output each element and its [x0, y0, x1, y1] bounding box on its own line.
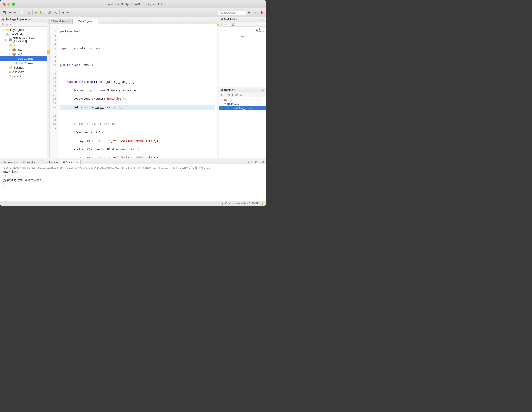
- toolbar-undo-btn[interactable]: ↩: [8, 10, 12, 15]
- toolbar-redo-btn[interactable]: ↪: [12, 10, 17, 15]
- outline-hide-methods-btn[interactable]: M: [227, 93, 230, 96]
- tree-label-day01test: day01_test: [10, 28, 24, 32]
- code-line-3: import java.util.Scanner;: [60, 46, 215, 51]
- outline-minimize-btn[interactable]: ─: [258, 88, 261, 91]
- toolbar-refresh-btn[interactable]: 🔄: [47, 10, 52, 15]
- toolbar-right: Quick Access ⊞ ☕ 🐞: [218, 10, 265, 15]
- tree-item-project[interactable]: X .project: [0, 74, 47, 79]
- outline-close-icon: ✕: [234, 89, 236, 91]
- tree-item-javastudy[interactable]: ▽ ☕ JavaStudy: [0, 32, 47, 37]
- toolbar-file-btn[interactable]: 💾: [1, 10, 7, 15]
- minimize-button[interactable]: [8, 3, 10, 6]
- console-minimize-btn[interactable]: ─: [258, 160, 261, 163]
- close-button[interactable]: [3, 3, 6, 6]
- tree-item-day01test[interactable]: ▷ 📁 day01_test: [0, 28, 47, 32]
- tab-javadoc[interactable]: @ Javadoc: [20, 160, 38, 164]
- toolbar-search-btn[interactable]: 🔍: [26, 10, 31, 15]
- outline-hide-static-btn[interactable]: S: [231, 93, 234, 96]
- javadoc-label: Javadoc: [26, 160, 36, 163]
- toolbar-forward-btn[interactable]: ▶: [66, 10, 70, 15]
- toolbar-perspectives-btn[interactable]: ⊞: [247, 10, 251, 15]
- outline-sync-btn[interactable]: 🔗: [234, 93, 239, 96]
- task-all-label[interactable]: ▶ All: [256, 28, 258, 33]
- tree-item-src[interactable]: ▽ 📁 src: [0, 43, 47, 47]
- task-minimize-btn[interactable]: ─: [258, 18, 261, 21]
- console-clear-btn[interactable]: ✕: [243, 160, 246, 163]
- toolbar-back-btn[interactable]: ◀: [61, 10, 65, 15]
- panel-maximize-btn[interactable]: □: [42, 18, 45, 21]
- tab-close-demo1[interactable]: ✕: [68, 20, 69, 23]
- code-line-11: [60, 114, 215, 118]
- panel-view-menu-btn[interactable]: ▾: [9, 23, 12, 26]
- console-maximize-btn[interactable]: □: [262, 160, 264, 163]
- outline-item-main[interactable]: 🔷 main(String[]) : void: [219, 106, 266, 110]
- warning-marker-1[interactable]: [217, 24, 219, 26]
- code-line-1: package day3;: [60, 29, 215, 34]
- outline-hide-fields-btn[interactable]: F: [224, 93, 227, 96]
- tree-item-day2[interactable]: ▷ 📦 day2: [0, 47, 47, 52]
- task-refresh-btn[interactable]: 🔄: [231, 23, 235, 26]
- task-new-btn[interactable]: +: [220, 23, 223, 26]
- tree-item-settings[interactable]: ▷ 📁 .settings: [0, 65, 47, 70]
- toolbar-run-btn[interactable]: ▶: [34, 10, 38, 15]
- outline-toolbar: ⇅ F M S 🔗 ⊟: [219, 93, 266, 97]
- outline-maximize-btn[interactable]: □: [262, 88, 265, 91]
- link-editor-btn[interactable]: 🔗: [5, 23, 9, 26]
- tree-item-demo1[interactable]: J Demo1.java: [0, 56, 47, 61]
- task-toolbar: + 🗑 ▾ 🔄: [219, 22, 266, 27]
- task-maximize-btn[interactable]: □: [262, 18, 265, 21]
- tab-close-demo2[interactable]: ✕: [93, 20, 95, 23]
- tab-declaration[interactable]: 📄 Declaration: [38, 159, 60, 164]
- jre-icon: 📚: [9, 38, 12, 42]
- tree-item-demo2[interactable]: J Demo2.java: [0, 61, 47, 65]
- eclipse-window: java - JavaStudy/src/day3/Demo2.java - E…: [0, 0, 266, 206]
- console-pin-btn[interactable]: 📌: [253, 160, 257, 163]
- tab-demo1[interactable]: J Demo1.java ✕: [48, 19, 73, 24]
- task-list-title: Task List: [224, 18, 235, 21]
- task-filter-btn[interactable]: ▾: [228, 23, 230, 26]
- toolbar-debug-persp-btn[interactable]: 🐞: [259, 10, 265, 15]
- toolbar-debug-btn[interactable]: 🐛: [38, 10, 44, 15]
- console-new-btn[interactable]: +: [250, 160, 253, 163]
- editor-minimize-btn[interactable]: ─: [211, 20, 214, 23]
- xml-icon-project: X: [9, 75, 11, 78]
- toolbar-new-btn[interactable]: 📄: [19, 10, 25, 15]
- outline-item-day3[interactable]: ▽ 📦 day3: [219, 98, 266, 102]
- tree-arrow-day01test: ▷: [3, 29, 5, 31]
- collapse-all-btn[interactable]: ⊟: [1, 23, 4, 26]
- tab-problems[interactable]: ⚠ Problems: [1, 159, 20, 164]
- outline-sort-btn[interactable]: ⇅: [220, 93, 223, 96]
- code-line-2: [60, 38, 215, 42]
- package-explorer-header: 📦 Package Explorer ✕ ─ □: [0, 17, 47, 22]
- toolbar-build-btn[interactable]: 🔨: [53, 10, 58, 15]
- code-content[interactable]: package day3; import java.util.Scanner; …: [58, 24, 217, 158]
- console-terminate-btn[interactable]: ■: [247, 160, 250, 163]
- tab-demo2[interactable]: J Demo2.java ✕: [73, 19, 98, 24]
- code-line-9: System.out.println("清输入成绩:");: [60, 97, 215, 101]
- task-list-icon: ☑: [221, 18, 223, 21]
- tree-item-day3[interactable]: ▽ 📦 day3: [0, 52, 47, 56]
- tree-item-jre[interactable]: ▷ 📚 JRE System Library [JavaSE-11]: [0, 37, 47, 43]
- tree-label-day3: day3: [17, 53, 23, 56]
- task-down-arrow: ▽: [219, 34, 266, 40]
- editor-content[interactable]: 12345 678910 1112131415 1617181920 21222…: [47, 24, 219, 158]
- task-active-label[interactable]: ▶ Activ...: [259, 28, 266, 33]
- outline-collapse-btn[interactable]: ⊟: [239, 93, 242, 96]
- quick-access-input[interactable]: Quick Access: [218, 10, 246, 15]
- tree-item-classpath[interactable]: X .classpath: [0, 70, 47, 74]
- task-delete-btn[interactable]: 🗑: [223, 23, 227, 26]
- console-icon: ▣: [63, 160, 65, 164]
- tab-console[interactable]: ▣ Console ✕: [60, 160, 80, 164]
- editor-maximize-btn[interactable]: □: [214, 20, 217, 23]
- code-line-10: int scores = input.nextInt();: [60, 105, 215, 110]
- tree-label-demo1: Demo1.java: [18, 57, 33, 60]
- folder-icon-src: 📁: [9, 44, 13, 47]
- maximize-button[interactable]: [12, 3, 15, 6]
- tree-label-jre: JRE System Library [JavaSE-11]: [13, 37, 46, 43]
- folder-icon-settings: 📁: [9, 66, 13, 69]
- outline-item-demo2[interactable]: ▽ 🔵 Demo2: [219, 102, 266, 106]
- declaration-label: Declaration: [45, 160, 58, 163]
- panel-minimize-btn[interactable]: ─: [39, 18, 42, 21]
- toolbar-java-btn[interactable]: ☕: [252, 10, 258, 15]
- task-find-input[interactable]: [220, 28, 255, 32]
